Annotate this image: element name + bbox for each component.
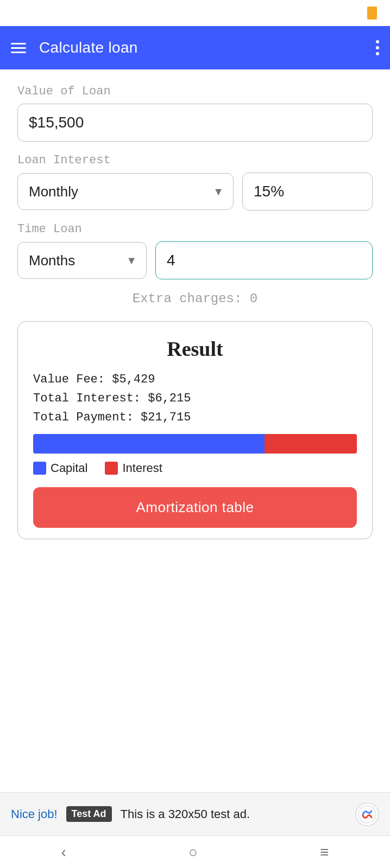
main-content: Value of Loan Loan Interest Monthly Annu… <box>0 69 390 554</box>
home-button[interactable]: ○ <box>175 839 211 865</box>
status-bar <box>0 0 390 26</box>
more-icon[interactable] <box>376 40 379 55</box>
toolbar-title: Calculate loan <box>39 39 376 56</box>
svg-point-0 <box>358 806 376 823</box>
menu-icon[interactable] <box>11 43 26 53</box>
time-unit-wrapper: Months Years ▼ <box>17 242 147 279</box>
menu-nav-button[interactable]: ≡ <box>307 839 342 865</box>
ad-description: This is a 320x50 test ad. <box>121 807 347 821</box>
interest-bar <box>265 434 357 454</box>
interest-rate-input[interactable] <box>242 173 373 210</box>
interest-type-select[interactable]: Monthly Annual <box>17 173 234 210</box>
nav-bar: ‹ ○ ≡ <box>0 835 390 868</box>
result-title: Result <box>33 337 357 361</box>
loan-value-label: Value of Loan <box>17 85 373 98</box>
toolbar: Calculate loan <box>0 26 390 69</box>
legend-interest: Interest <box>105 461 162 475</box>
interest-legend-dot <box>105 462 118 475</box>
interest-legend-label: Interest <box>122 461 162 475</box>
interest-row: Monthly Annual ▼ <box>17 173 373 210</box>
ad-badge: Test Ad <box>66 806 112 822</box>
loan-value-input[interactable] <box>17 104 373 142</box>
progress-bar <box>33 434 357 454</box>
back-button[interactable]: ‹ <box>48 839 79 865</box>
interest-type-wrapper: Monthly Annual ▼ <box>17 173 234 210</box>
ad-icon <box>355 802 379 826</box>
loan-interest-label: Loan Interest <box>17 154 373 167</box>
result-card: Result Value Fee: $5,429 Total Interest:… <box>17 321 373 539</box>
extra-charges-text: Extra charges: 0 <box>17 291 373 306</box>
capital-legend-label: Capital <box>51 461 87 475</box>
time-unit-select[interactable]: Months Years <box>17 242 147 279</box>
total-interest-text: Total Interest: $6,215 <box>33 392 357 405</box>
time-row: Months Years ▼ <box>17 241 373 279</box>
capital-legend-dot <box>33 462 46 475</box>
legend-capital: Capital <box>33 461 87 475</box>
total-payment-text: Total Payment: $21,715 <box>33 411 357 424</box>
capital-bar <box>33 434 265 454</box>
legend: Capital Interest <box>33 461 357 475</box>
ad-banner: Nice job! Test Ad This is a 320x50 test … <box>0 792 390 835</box>
ad-nice-job-text: Nice job! <box>11 807 58 821</box>
amortization-button[interactable]: Amortization table <box>33 487 357 528</box>
time-value-input[interactable] <box>155 241 373 279</box>
time-loan-label: Time Loan <box>17 222 373 236</box>
battery-icon <box>367 7 377 20</box>
value-fee-text: Value Fee: $5,429 <box>33 373 357 386</box>
